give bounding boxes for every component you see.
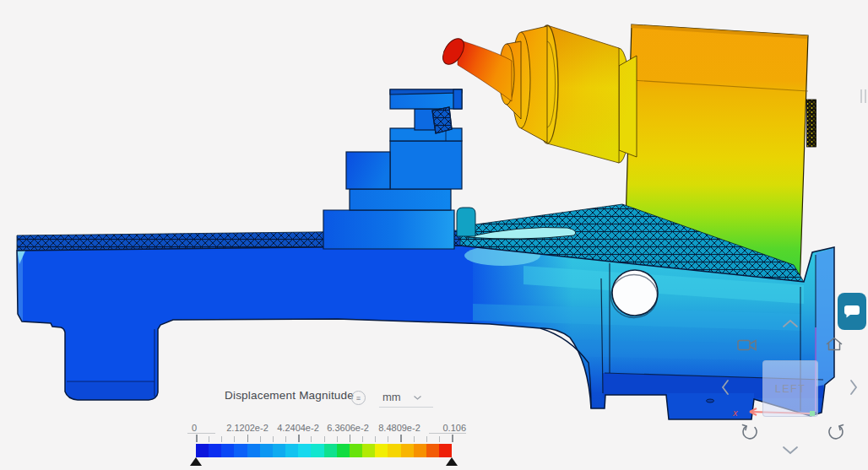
colorbar-cell — [414, 444, 426, 457]
scale-tick — [337, 436, 338, 442]
view-down-button[interactable] — [780, 444, 800, 456]
unit-select[interactable]: mm — [382, 391, 401, 403]
chat-bubble-icon — [844, 304, 860, 319]
range-min-line — [187, 433, 215, 434]
colorbar-cell — [273, 444, 285, 457]
viewer-window: x LEFT — [0, 0, 868, 470]
view-up-button[interactable] — [780, 317, 800, 329]
headstock-mesh-patch — [807, 100, 816, 147]
scale-tick — [311, 436, 312, 442]
scale-tick — [234, 436, 235, 442]
colorbar — [196, 444, 452, 457]
scale-tick — [221, 436, 222, 442]
scale-tick — [414, 436, 415, 442]
colorbar-cell — [247, 444, 260, 457]
scale-tick — [375, 436, 376, 442]
colorbar-cell — [350, 444, 362, 457]
scale-label-5: 0.106 — [442, 423, 466, 433]
camera-icon[interactable] — [736, 338, 758, 353]
home-icon[interactable] — [824, 336, 844, 353]
axis-x-label: x — [732, 408, 738, 418]
bed-hole — [612, 270, 658, 316]
scale-tick — [426, 436, 427, 442]
colorbar-cell — [234, 444, 247, 457]
panel-resize-handle[interactable] — [858, 88, 868, 105]
chat-button[interactable] — [838, 293, 866, 330]
scale-tick — [196, 435, 198, 442]
colorbar-cell — [375, 444, 388, 457]
rotate-ccw-icon[interactable] — [740, 421, 762, 441]
colorbar-cell — [221, 444, 234, 457]
colorbar-cell — [362, 444, 375, 457]
scale-tick — [400, 435, 402, 442]
scale-tick — [298, 435, 300, 442]
view-right-button[interactable] — [848, 378, 860, 397]
range-max-handle[interactable] — [446, 457, 458, 466]
unit-select-underline — [379, 407, 433, 408]
scale-tick — [439, 436, 440, 442]
range-min-handle[interactable] — [190, 457, 202, 466]
scale-tick — [350, 435, 351, 442]
unit-select-value: mm — [382, 391, 401, 403]
view-left-button[interactable] — [719, 378, 731, 397]
rotate-cw-icon[interactable] — [824, 421, 846, 441]
bed-tab — [457, 208, 475, 236]
view-cube-face-label: LEFT — [775, 383, 806, 395]
legend-title: Displacement Magnitude — [225, 389, 354, 402]
legend-menu-button[interactable]: ≡ — [351, 391, 366, 405]
scale-tick — [452, 435, 453, 442]
colorbar-cell — [388, 444, 400, 457]
scale-tick — [247, 435, 249, 442]
scale-tick — [209, 436, 209, 442]
model-tool-post — [323, 89, 462, 249]
colorbar-cell — [260, 444, 273, 457]
scale-label-2: 4.2404e-2 — [277, 423, 319, 433]
scale-label-0: 0 — [192, 423, 197, 433]
chevron-down-icon[interactable] — [413, 395, 422, 401]
scale-tick — [260, 436, 261, 442]
range-max-line — [429, 433, 466, 434]
colorbar-cell — [337, 444, 350, 457]
result-legend: Displacement Magnitude ≡ mm 0 2.1202e-2 … — [186, 380, 473, 470]
scale-label-1: 2.1202e-2 — [226, 423, 269, 433]
scale-tick — [362, 436, 363, 442]
colorbar-cell — [196, 444, 209, 457]
colorbar-cell — [426, 444, 439, 457]
colorbar-cell — [401, 444, 414, 457]
scale-tick — [388, 436, 388, 442]
colorbar-cell — [439, 444, 452, 457]
model-spindle-chuck — [438, 25, 637, 163]
scale-tick — [285, 436, 286, 442]
colorbar-cell — [209, 444, 221, 457]
scale-tick — [324, 436, 325, 442]
view-cube-face[interactable]: LEFT — [762, 360, 818, 417]
scale-tick — [273, 436, 274, 442]
colorbar-cell — [285, 444, 298, 457]
colorbar-cell — [298, 444, 311, 457]
colorbar-cell — [311, 444, 323, 457]
colorbar-cell — [324, 444, 337, 457]
scale-label-3: 6.3606e-2 — [327, 423, 369, 433]
scale-label-4: 8.4809e-2 — [378, 423, 420, 433]
